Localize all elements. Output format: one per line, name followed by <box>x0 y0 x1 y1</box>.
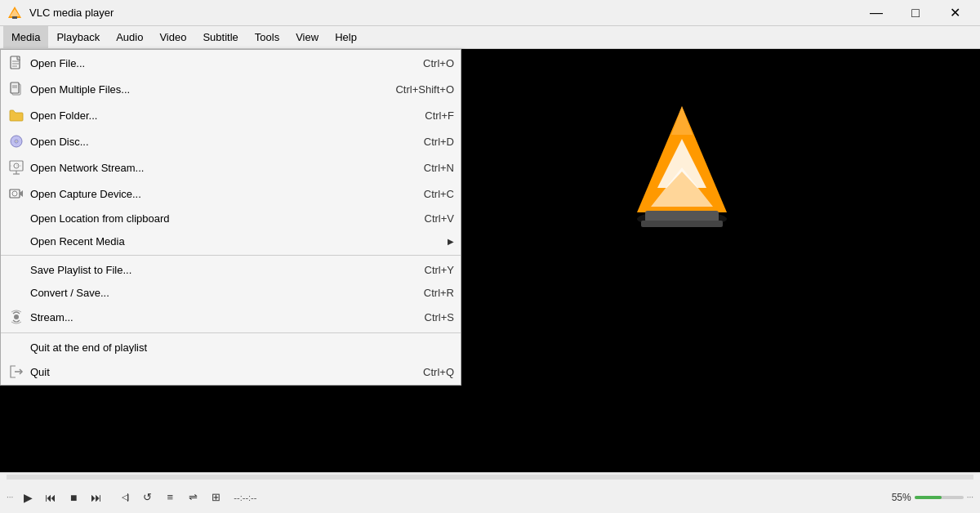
app-icon <box>7 5 23 21</box>
svg-point-30 <box>14 314 19 319</box>
time-display: --:--:-- <box>234 493 256 502</box>
controls-bar: ··· ▶ ⏮ ■ ⏭ ◁| ↺ ≡ ⇌ ⊞ --:--:-- 55% ··· <box>0 472 980 513</box>
multifile-icon <box>7 80 25 98</box>
menu-save-playlist[interactable]: Save Playlist to File... Ctrl+Y <box>1 258 461 281</box>
more-button[interactable]: ⊞ <box>204 486 227 509</box>
menu-media[interactable]: Media <box>3 26 48 49</box>
menu-open-clipboard[interactable]: Open Location from clipboard Ctrl+V <box>1 207 461 230</box>
menu-open-disc[interactable]: Open Disc... Ctrl+D <box>1 128 461 154</box>
window-controls: — □ ✕ <box>858 0 973 26</box>
svg-point-29 <box>12 191 17 196</box>
menu-tools[interactable]: Tools <box>247 26 287 49</box>
menu-open-multiple[interactable]: Open Multiple Files... Ctrl+Shift+O <box>1 76 461 102</box>
separator-2 <box>1 332 461 333</box>
minimize-button[interactable]: — <box>858 0 895 26</box>
dots-right: ··· <box>967 493 973 502</box>
shuffle-button[interactable]: ⇌ <box>181 486 204 509</box>
menu-playback[interactable]: Playback <box>48 26 108 49</box>
svg-marker-8 <box>671 106 693 135</box>
media-dropdown: Open File... Ctrl+O Open Multiple Files.… <box>0 49 461 386</box>
volume-area: 55% <box>892 492 964 503</box>
menu-help[interactable]: Help <box>327 26 365 49</box>
vlc-cone <box>629 98 735 231</box>
stop-button[interactable]: ■ <box>62 486 85 509</box>
prev-button[interactable]: ⏮ <box>39 486 62 509</box>
menu-audio[interactable]: Audio <box>108 26 151 49</box>
svg-rect-10 <box>641 221 723 227</box>
svg-rect-2 <box>12 16 17 19</box>
progress-bar[interactable] <box>7 475 973 480</box>
menu-video[interactable]: Video <box>151 26 194 49</box>
menu-stream[interactable]: Stream... Ctrl+S <box>1 304 461 330</box>
menu-open-file[interactable]: Open File... Ctrl+O <box>1 50 461 76</box>
volume-slider[interactable] <box>915 496 964 499</box>
playlist-button[interactable]: ≡ <box>158 486 181 509</box>
capture-icon <box>7 185 25 203</box>
submenu-arrow-icon: ▶ <box>448 237 454 246</box>
maximize-button[interactable]: □ <box>897 0 934 26</box>
svg-rect-9 <box>645 211 719 222</box>
svg-point-21 <box>16 141 17 142</box>
loop-button[interactable]: ↺ <box>136 486 158 509</box>
menu-open-recent[interactable]: Open Recent Media ▶ <box>1 230 461 252</box>
controls-row: ··· ▶ ⏮ ■ ⏭ ◁| ↺ ≡ ⇌ ⊞ --:--:-- 55% ··· <box>0 481 980 513</box>
menu-subtitle[interactable]: Subtitle <box>194 26 246 49</box>
menu-open-network[interactable]: Open Network Stream... Ctrl+N <box>1 154 461 181</box>
svg-marker-28 <box>20 190 23 197</box>
menu-convert-save[interactable]: Convert / Save... Ctrl+R <box>1 281 461 304</box>
menu-open-folder[interactable]: Open Folder... Ctrl+F <box>1 102 461 128</box>
quit-icon <box>7 363 25 381</box>
dots-left: ··· <box>7 493 13 502</box>
menu-quit[interactable]: Quit Ctrl+Q <box>1 359 461 385</box>
menu-bar: Media Playback Audio Video Subtitle Tool… <box>0 26 980 49</box>
network-icon <box>7 158 25 176</box>
menu-open-capture[interactable]: Open Capture Device... Ctrl+C <box>1 181 461 207</box>
volume-label: 55% <box>892 492 911 503</box>
frame-prev-button[interactable]: ◁| <box>113 486 136 509</box>
menu-quit-end[interactable]: Quit at the end of playlist <box>1 336 461 359</box>
disc-icon <box>7 132 25 150</box>
file-icon <box>7 54 25 72</box>
title-bar: VLC media player — □ ✕ <box>0 0 980 26</box>
window-title: VLC media player <box>29 7 858 19</box>
menu-view[interactable]: View <box>287 26 327 49</box>
stream-icon <box>7 308 25 326</box>
close-button[interactable]: ✕ <box>936 0 973 26</box>
play-button[interactable]: ▶ <box>16 486 39 509</box>
separator-1 <box>1 255 461 256</box>
folder-icon <box>7 106 25 124</box>
volume-fill <box>915 496 942 499</box>
next-button[interactable]: ⏭ <box>85 486 108 509</box>
